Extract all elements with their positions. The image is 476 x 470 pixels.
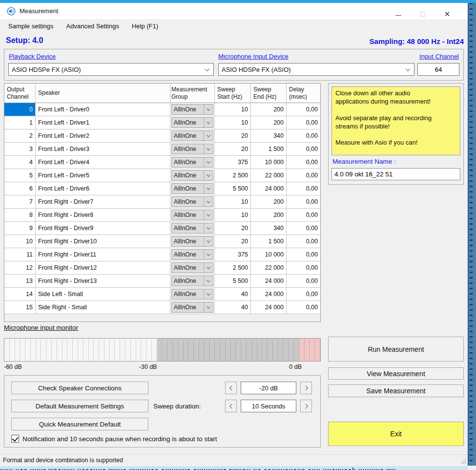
run-measurement-button[interactable]: Run Measurement [328, 337, 464, 362]
cell-speaker[interactable]: Front Left - Driver2 [36, 129, 170, 142]
menu-sample-settings[interactable]: Sample settings [2, 20, 60, 32]
cell-sweep-end[interactable]: 340 [251, 129, 287, 142]
measurement-group-dropdown[interactable]: AllInOne [171, 196, 213, 207]
cell-speaker[interactable]: Front Right - Driver13 [36, 275, 170, 287]
level-decrease-button[interactable] [225, 382, 237, 394]
cell-delay[interactable]: 0,00 [287, 235, 320, 248]
cell-speaker[interactable]: Front Left - Driver5 [36, 169, 170, 182]
measurement-group-dropdown[interactable]: AllInOne [171, 170, 213, 181]
cell-sweep-end[interactable]: 10 000 [251, 248, 287, 261]
cell-sweep-end[interactable]: 200 [251, 195, 287, 208]
cell-sweep-start[interactable]: 2 500 [215, 169, 251, 182]
cell-delay[interactable]: 0,00 [287, 261, 320, 274]
cell-speaker[interactable]: Side Right - Small [36, 301, 170, 314]
cell-speaker[interactable]: Front Right - Driver12 [36, 261, 170, 274]
cell-speaker[interactable]: Front Left - Driver3 [36, 143, 170, 155]
cell-sweep-start[interactable]: 20 [215, 143, 251, 155]
cell-output-channel[interactable]: 1 [4, 116, 36, 129]
cell-sweep-start[interactable]: 2 500 [215, 261, 251, 274]
cell-sweep-start[interactable]: 10 [215, 116, 251, 129]
cell-sweep-start[interactable]: 375 [215, 248, 251, 261]
measurement-group-dropdown[interactable]: AllInOne [171, 157, 213, 168]
cell-sweep-end[interactable]: 10 000 [251, 156, 287, 169]
measurement-group-dropdown[interactable]: AllInOne [171, 236, 213, 247]
cell-speaker[interactable]: Front Left - Driver4 [36, 156, 170, 169]
cell-sweep-end[interactable]: 340 [251, 222, 287, 235]
cell-sweep-start[interactable]: 10 [215, 103, 251, 116]
mic-input-device-link[interactable]: Microphone Input Device [218, 53, 289, 60]
menu-advanced-settings[interactable]: Advanced Settings [60, 20, 125, 32]
cell-output-channel[interactable]: 0 [4, 103, 36, 116]
measurement-group-dropdown[interactable]: AllInOne [171, 104, 213, 115]
cell-sweep-end[interactable]: 200 [251, 103, 287, 116]
default-measurement-settings-button[interactable]: Default Measurement Settings [11, 400, 148, 412]
check-speaker-connections-button[interactable]: Check Speaker Connections [11, 382, 148, 394]
menu-help[interactable]: Help (F1) [125, 20, 165, 32]
notification-checkbox[interactable] [11, 435, 19, 443]
quick-measurement-default-button[interactable]: Quick Measurement Default [11, 418, 148, 430]
cell-sweep-end[interactable]: 1 500 [251, 143, 287, 155]
cell-sweep-start[interactable]: 5 500 [215, 275, 251, 287]
cell-output-channel[interactable]: 15 [4, 301, 36, 314]
cell-delay[interactable]: 0,00 [287, 275, 320, 287]
exit-button[interactable]: Exit [328, 422, 464, 446]
save-measurement-button[interactable]: Save Measurement [328, 385, 464, 397]
cell-output-channel[interactable]: 6 [4, 182, 36, 195]
cell-sweep-end[interactable]: 24 000 [251, 275, 287, 287]
measurement-group-dropdown[interactable]: AllInOne [171, 276, 213, 286]
measurement-name-field[interactable] [331, 168, 460, 180]
cell-speaker[interactable]: Front Right - Driver7 [36, 195, 170, 208]
duration-decrease-button[interactable] [225, 400, 237, 412]
cell-speaker[interactable]: Front Right - Driver10 [36, 235, 170, 248]
playback-device-link[interactable]: Playback Device [9, 53, 56, 60]
cell-sweep-start[interactable]: 40 [215, 301, 251, 314]
cell-delay[interactable]: 0,00 [287, 209, 320, 221]
measurement-group-dropdown[interactable]: AllInOne [171, 223, 213, 234]
cell-sweep-start[interactable]: 375 [215, 156, 251, 169]
cell-delay[interactable]: 0,00 [287, 116, 320, 129]
cell-sweep-end[interactable]: 200 [251, 116, 287, 129]
cell-speaker[interactable]: Front Right - Driver8 [36, 209, 170, 221]
view-measurement-button[interactable]: View Measurement [328, 367, 464, 380]
cell-sweep-start[interactable]: 10 [215, 209, 251, 221]
cell-delay[interactable]: 0,00 [287, 301, 320, 314]
cell-output-channel[interactable]: 7 [4, 195, 36, 208]
level-value-field[interactable]: -20 dB [241, 382, 296, 394]
cell-sweep-start[interactable]: 20 [215, 235, 251, 248]
cell-sweep-end[interactable]: 24 000 [251, 288, 287, 300]
cell-delay[interactable]: 0,00 [287, 288, 320, 300]
cell-speaker[interactable]: Side Left - Small [36, 288, 170, 300]
cell-delay[interactable]: 0,00 [287, 182, 320, 195]
cell-output-channel[interactable]: 10 [4, 235, 36, 248]
cell-sweep-start[interactable]: 20 [215, 129, 251, 142]
cell-sweep-end[interactable]: 200 [251, 209, 287, 221]
cell-delay[interactable]: 0,00 [287, 222, 320, 235]
cell-sweep-start[interactable]: 20 [215, 222, 251, 235]
measurement-group-dropdown[interactable]: AllInOne [171, 210, 213, 220]
cell-delay[interactable]: 0,00 [287, 143, 320, 155]
cell-output-channel[interactable]: 9 [4, 222, 36, 235]
cell-output-channel[interactable]: 8 [4, 209, 36, 221]
resize-grip-icon[interactable] [460, 458, 466, 464]
measurement-group-dropdown[interactable]: AllInOne [171, 262, 213, 273]
cell-output-channel[interactable]: 5 [4, 169, 36, 182]
mic-monitor-link[interactable]: Microphone input monitor [4, 324, 78, 331]
level-increase-button[interactable] [300, 382, 312, 394]
measurement-group-dropdown[interactable]: AllInOne [171, 249, 213, 260]
cell-speaker[interactable]: Front Left - Driver6 [36, 182, 170, 195]
playback-device-select[interactable]: ASIO HDSPe FX (ASIO) [8, 63, 214, 76]
measurement-group-dropdown[interactable]: AllInOne [171, 183, 213, 194]
cell-sweep-start[interactable]: 10 [215, 195, 251, 208]
mic-input-device-select[interactable]: ASIO HDSPe FX (ASIO) [218, 63, 414, 76]
input-channel-field[interactable] [417, 63, 459, 76]
cell-output-channel[interactable]: 12 [4, 261, 36, 274]
cell-sweep-end[interactable]: 1 500 [251, 235, 287, 248]
measurement-group-dropdown[interactable]: AllInOne [171, 302, 213, 313]
cell-delay[interactable]: 0,00 [287, 248, 320, 261]
cell-output-channel[interactable]: 2 [4, 129, 36, 142]
cell-delay[interactable]: 0,00 [287, 156, 320, 169]
cell-output-channel[interactable]: 11 [4, 248, 36, 261]
cell-sweep-end[interactable]: 24 000 [251, 301, 287, 314]
cell-delay[interactable]: 0,00 [287, 195, 320, 208]
duration-increase-button[interactable] [300, 400, 312, 412]
